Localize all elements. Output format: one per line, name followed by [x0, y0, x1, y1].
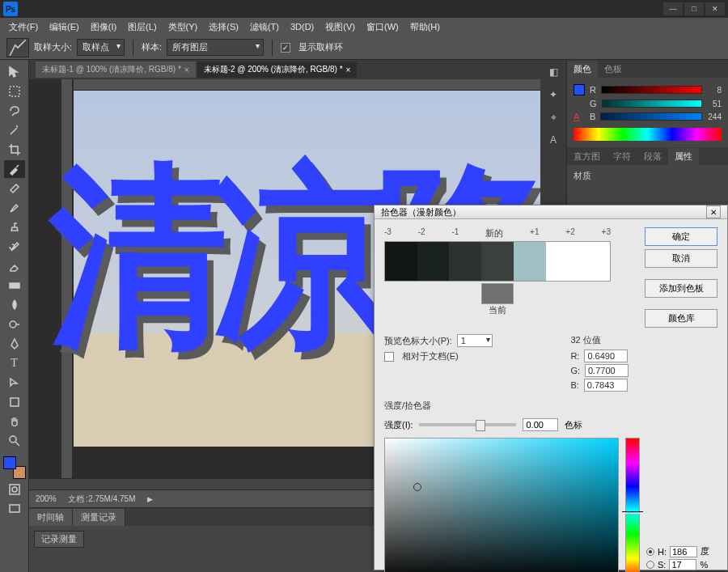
properties-tab[interactable]: 属性: [668, 148, 699, 165]
ruler-horizontal[interactable]: [74, 79, 540, 91]
quickmask-toggle[interactable]: [4, 481, 25, 498]
zoom-tool[interactable]: [4, 432, 25, 450]
healing-brush-tool[interactable]: [4, 180, 25, 197]
foreground-swatch[interactable]: [3, 456, 16, 469]
fg-chip[interactable]: [574, 84, 585, 95]
intensity-slider[interactable]: [419, 423, 516, 426]
relative-checkbox[interactable]: [384, 352, 394, 362]
ok-button[interactable]: 确定: [645, 227, 717, 246]
path-selection-tool[interactable]: [4, 374, 25, 392]
screenmode-toggle[interactable]: [4, 500, 25, 518]
pen-tool[interactable]: [4, 335, 25, 353]
char-icon[interactable]: A: [545, 133, 561, 147]
menu-filter[interactable]: 滤镜(T): [246, 19, 283, 35]
magic-wand-tool[interactable]: [4, 121, 25, 139]
menu-edit[interactable]: 编辑(E): [45, 19, 83, 35]
intensity-input[interactable]: 0.00: [523, 418, 558, 431]
record-measure-button[interactable]: 记录测量: [34, 531, 84, 548]
current-swatch[interactable]: [481, 283, 514, 304]
menu-image[interactable]: 图像(I): [87, 19, 121, 35]
navigator-icon[interactable]: ✦: [545, 87, 561, 102]
menu-select[interactable]: 选择(S): [205, 19, 243, 35]
b32-input[interactable]: 0.7843: [584, 379, 628, 392]
dialog-titlebar[interactable]: 拾色器（漫射颜色） ✕: [375, 205, 727, 219]
tab-close-icon[interactable]: ×: [184, 66, 189, 74]
minimize-button[interactable]: —: [663, 2, 683, 15]
r-value[interactable]: 8: [707, 86, 722, 95]
document-tab[interactable]: 未标题-1 @ 100% (清凉降价, RGB/8) * ×: [36, 61, 196, 78]
cancel-button[interactable]: 取消: [645, 249, 717, 268]
sv-cursor[interactable]: [413, 483, 421, 491]
close-button[interactable]: ✕: [705, 2, 725, 15]
title-bar: Ps — □ ✕: [0, 0, 728, 18]
b-value[interactable]: 244: [707, 112, 722, 121]
brushes-icon[interactable]: ⌖: [545, 110, 561, 125]
add-swatch-button[interactable]: 添加到色板: [645, 279, 717, 298]
type-tool[interactable]: T: [4, 354, 25, 372]
move-tool[interactable]: [4, 63, 25, 81]
color-picker-dialog: 拾色器（漫射颜色） ✕ -3 -2 -1 新的 +1 +2 +3: [374, 205, 728, 570]
hue-slider[interactable]: [625, 438, 640, 572]
hand-tool[interactable]: [4, 413, 25, 430]
clone-stamp-tool[interactable]: [4, 218, 25, 236]
stops-swatches[interactable]: [384, 241, 611, 282]
menu-window[interactable]: 窗口(W): [362, 19, 403, 35]
color-library-button[interactable]: 颜色库: [645, 309, 717, 328]
sample-size-dropdown[interactable]: 取样点: [77, 39, 125, 56]
menu-view[interactable]: 视图(V): [321, 19, 359, 35]
zoom-value[interactable]: 200%: [36, 494, 57, 503]
timeline-tab[interactable]: 时间轴: [29, 509, 73, 526]
b-slider[interactable]: [600, 112, 702, 121]
hue-cursor[interactable]: [622, 511, 643, 514]
maximize-button[interactable]: □: [684, 2, 704, 15]
brush-tool[interactable]: [4, 199, 25, 217]
s-input[interactable]: [669, 559, 696, 570]
history-icon[interactable]: ◧: [545, 65, 561, 79]
dodge-tool[interactable]: [4, 316, 25, 333]
r32-input[interactable]: 0.6490: [584, 350, 628, 362]
document-tab[interactable]: 未标题-2 @ 200% (清凉降价, RGB/8) * ×: [197, 61, 358, 78]
sample-dropdown[interactable]: 所有图层: [167, 39, 264, 56]
g32-input[interactable]: 0.7700: [585, 364, 629, 377]
crop-tool[interactable]: [4, 141, 25, 159]
sample-size-label: 取样大小:: [34, 41, 72, 53]
tab-close-icon[interactable]: ×: [346, 66, 351, 74]
blur-tool[interactable]: [4, 296, 25, 314]
character-tab[interactable]: 字符: [607, 148, 637, 165]
dialog-close-button[interactable]: ✕: [706, 205, 721, 218]
tool-preset-picker[interactable]: [6, 38, 29, 57]
paragraph-tab[interactable]: 段落: [637, 148, 668, 165]
marquee-tool[interactable]: [4, 83, 25, 100]
saturation-value-picker[interactable]: [384, 438, 619, 572]
eraser-tool[interactable]: [4, 257, 25, 275]
color-tab[interactable]: 颜色: [567, 61, 598, 78]
color-panel-tabs: 颜色 色板: [567, 60, 728, 78]
menu-type[interactable]: 类型(Y): [164, 19, 202, 35]
menu-3d[interactable]: 3D(D): [286, 20, 318, 33]
current-label: 当前: [489, 304, 506, 316]
shape-tool[interactable]: [4, 393, 25, 411]
s-radio[interactable]: [646, 561, 654, 569]
eyedropper-tool[interactable]: [4, 160, 25, 178]
unit: 度: [700, 545, 709, 557]
spectrum-bar[interactable]: [574, 128, 722, 141]
g-slider[interactable]: [602, 100, 702, 108]
measure-tab[interactable]: 测量记录: [73, 509, 125, 526]
history-brush-tool[interactable]: [4, 238, 25, 256]
menu-help[interactable]: 帮助(H): [406, 19, 444, 35]
h-input[interactable]: [670, 546, 697, 557]
preview-size-spinner[interactable]: 1: [457, 334, 493, 347]
histogram-tab[interactable]: 直方图: [567, 148, 607, 165]
r-slider[interactable]: [601, 86, 702, 94]
gradient-tool[interactable]: [4, 277, 25, 294]
g-value[interactable]: 51: [707, 100, 722, 108]
menu-layer[interactable]: 图层(L): [124, 19, 160, 35]
show-ring-checkbox[interactable]: ✓: [281, 43, 290, 53]
hsb-inputs: H:度 S:% B:%: [646, 438, 717, 572]
menu-file[interactable]: 文件(F): [5, 19, 42, 35]
h-radio[interactable]: [646, 548, 654, 556]
swatches-tab[interactable]: 色板: [598, 61, 629, 78]
lasso-tool[interactable]: [4, 102, 25, 120]
color-swatches[interactable]: [3, 456, 26, 479]
preview-size-label: 预览色标大小(P):: [384, 335, 452, 347]
